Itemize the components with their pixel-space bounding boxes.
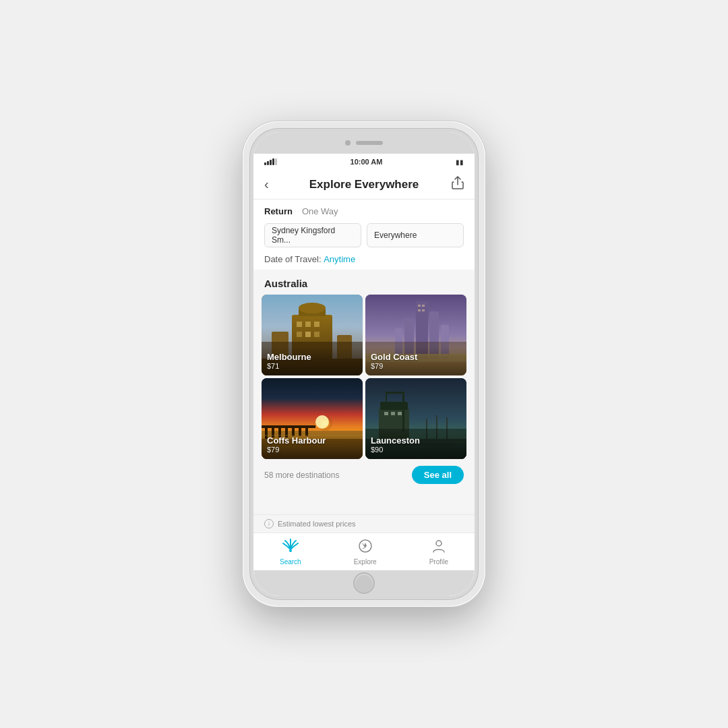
dest-name-melbourne: Melbourne: [267, 352, 357, 362]
svg-rect-4: [297, 322, 302, 327]
svg-rect-8: [305, 332, 311, 337]
search-row: Sydney Kingsford Sm... Everywhere: [253, 220, 475, 250]
battery-icon: ▮▮: [456, 158, 464, 166]
explore-icon: [358, 539, 373, 557]
app-content: ‹ Explore Everywhere Return One Way: [253, 170, 475, 570]
svg-rect-58: [384, 412, 388, 415]
phone-device: 10:00 AM ▮▮ ‹ Explore Everywhere: [243, 121, 485, 607]
svg-point-30: [315, 415, 329, 429]
signal-bars-icon: [264, 158, 277, 165]
phone-speaker-area: [253, 132, 475, 154]
svg-rect-21: [422, 305, 425, 307]
info-icon: i: [264, 519, 274, 528]
tab-bar: Search Explore: [253, 533, 475, 570]
status-time: 10:00 AM: [351, 158, 383, 166]
dest-price-coffshabour: $79: [267, 446, 357, 454]
destination-card-melbourne[interactable]: Melbourne $71: [262, 295, 363, 375]
section-title: Australia: [253, 270, 475, 295]
dest-price-goldcoast: $79: [371, 362, 461, 370]
svg-rect-20: [418, 305, 421, 307]
estimate-banner: i Estimated lowest prices: [253, 514, 475, 533]
svg-point-62: [289, 549, 292, 552]
svg-rect-23: [422, 309, 425, 311]
svg-rect-60: [398, 412, 402, 415]
destination-card-goldcoast[interactable]: Gold Coast $79: [365, 295, 466, 375]
tab-explore[interactable]: Explore: [354, 539, 377, 566]
destinations-grid: Melbourne $71: [253, 295, 475, 459]
see-all-row: 58 more destinations See all: [253, 459, 475, 491]
svg-rect-9: [314, 332, 320, 337]
dest-name-launceston: Launceston: [371, 435, 461, 446]
destinations-section: Australia: [253, 270, 475, 514]
card-overlay-coffshabour: Coffs Harbour $79: [262, 430, 363, 459]
speaker-bar: [356, 141, 383, 145]
tab-profile-label: Profile: [429, 558, 448, 566]
svg-rect-46: [402, 392, 404, 432]
page-title: Explore Everywhere: [309, 178, 419, 191]
tab-explore-label: Explore: [354, 558, 377, 566]
date-value[interactable]: Anytime: [324, 254, 355, 264]
card-overlay-launceston: Launceston $90: [365, 430, 466, 459]
tab-search[interactable]: Search: [280, 539, 301, 566]
svg-point-3: [299, 303, 326, 313]
destination-card-launceston[interactable]: Launceston $90: [365, 378, 466, 459]
estimate-text: Estimated lowest prices: [278, 520, 356, 528]
share-button[interactable]: [452, 176, 464, 193]
svg-rect-48: [386, 394, 387, 402]
phone-bottom: [253, 570, 475, 596]
card-overlay-melbourne: Melbourne $71: [262, 346, 363, 375]
phone-inner: 10:00 AM ▮▮ ‹ Explore Everywhere: [249, 128, 479, 600]
back-button[interactable]: ‹: [264, 177, 269, 192]
svg-rect-59: [391, 412, 395, 415]
tab-search-label: Search: [280, 558, 301, 566]
nav-header: ‹ Explore Everywhere: [253, 170, 475, 200]
svg-rect-7: [297, 332, 302, 337]
date-row: Date of Travel: Anytime: [253, 250, 475, 270]
tab-return[interactable]: Return: [264, 206, 293, 216]
search-icon: [282, 539, 299, 557]
tab-profile[interactable]: Profile: [429, 539, 448, 566]
more-destinations-text: 58 more destinations: [264, 471, 339, 480]
tab-one-way[interactable]: One Way: [302, 206, 338, 216]
status-bar: 10:00 AM ▮▮: [253, 154, 475, 170]
svg-point-64: [436, 541, 442, 546]
date-label: Date of Travel:: [264, 254, 322, 264]
card-overlay-goldcoast: Gold Coast $79: [365, 346, 466, 375]
trip-type-selector: Return One Way: [253, 200, 475, 220]
svg-rect-32: [262, 425, 315, 428]
dest-name-coffshabour: Coffs Harbour: [267, 435, 357, 446]
home-button[interactable]: [353, 572, 375, 594]
svg-rect-47: [386, 392, 404, 394]
svg-rect-5: [305, 322, 311, 327]
svg-rect-22: [418, 309, 421, 311]
profile-icon: [431, 539, 446, 557]
destination-card-coffshabour[interactable]: Coffs Harbour $79: [262, 378, 363, 459]
see-all-button[interactable]: See all: [412, 466, 464, 484]
svg-rect-6: [314, 322, 320, 327]
dest-price-melbourne: $71: [267, 362, 357, 370]
dest-price-launceston: $90: [371, 446, 461, 454]
dest-name-goldcoast: Gold Coast: [371, 352, 461, 362]
destination-input[interactable]: Everywhere: [367, 223, 464, 247]
phone-screen: 10:00 AM ▮▮ ‹ Explore Everywhere: [253, 132, 475, 596]
origin-input[interactable]: Sydney Kingsford Sm...: [264, 223, 361, 247]
